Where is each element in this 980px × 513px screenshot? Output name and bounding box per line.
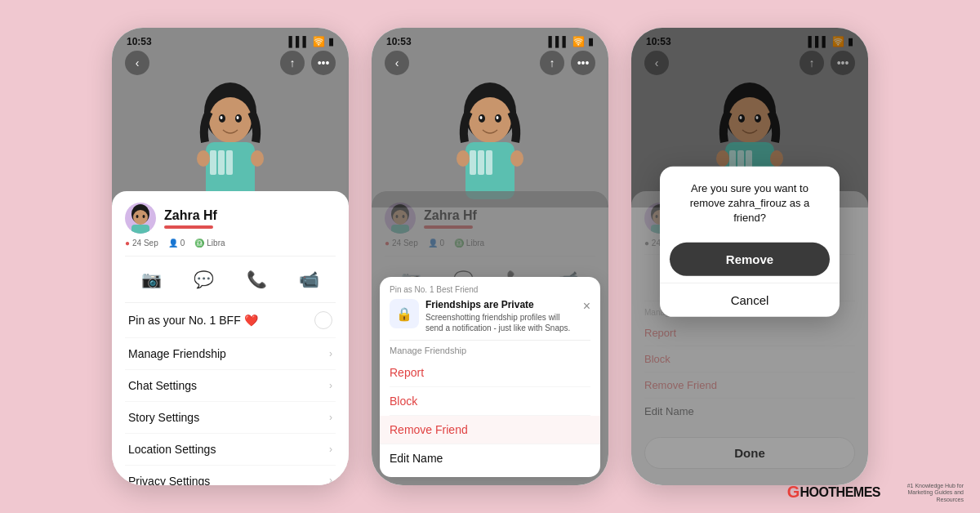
- back-btn-2[interactable]: ‹: [385, 51, 409, 75]
- pin-blurred-label: Pin as No. 1 Best Friend: [390, 285, 590, 294]
- pin-check-1: [314, 311, 332, 329]
- block-item-2[interactable]: Block: [390, 387, 590, 416]
- phone-3-inner: ‹ ↑ ••• 10:53 ▌▌▌ 🛜 ▮: [631, 28, 868, 485]
- bitmoji-svg-2: [445, 81, 535, 207]
- brand-g-icon: G: [787, 483, 800, 502]
- confirm-dialog-3: Are you sure you want to remove zahra_fi…: [660, 167, 840, 317]
- status-icons-2: ▌▌▌ 🛜 ▮: [548, 36, 594, 47]
- phone-1-inner: ‹ ↑ ••• 10:53 ▌▌▌ 🛜 ▮: [112, 28, 349, 485]
- pin-row-1[interactable]: Pin as your No. 1 BFF ❤️: [125, 303, 336, 338]
- svg-point-5: [237, 116, 239, 119]
- chevron-icon-4: ›: [329, 444, 332, 455]
- friendship-title: Friendships are Private: [425, 299, 577, 310]
- chevron-icon-5: ›: [329, 475, 332, 485]
- svg-rect-8: [218, 150, 225, 175]
- friendship-popup-2: Pin as No. 1 Best Friend 🔒 Friendships a…: [380, 277, 600, 477]
- close-popup-btn-2[interactable]: ×: [583, 299, 590, 314]
- top-nav-1: ‹ ↑ •••: [112, 51, 349, 75]
- svg-point-11: [251, 150, 264, 167]
- menu-item-privacy-1[interactable]: Privacy Settings My Story ›: [125, 466, 336, 485]
- svg-rect-25: [478, 150, 484, 175]
- svg-rect-7: [210, 150, 216, 175]
- battery-icon-2: ▮: [588, 36, 594, 47]
- svg-point-21: [480, 116, 483, 119]
- pin-label-1: Pin as your No. 1 BFF ❤️: [128, 314, 258, 327]
- profile-header-1: Zahra Hf: [125, 203, 336, 234]
- status-icons-1: ▌▌▌ 🛜 ▮: [288, 36, 334, 47]
- menu-item-location-1[interactable]: Location Settings ›: [125, 434, 336, 466]
- menu-item-manage-1[interactable]: Manage Friendship ›: [125, 338, 336, 370]
- svg-point-1: [209, 97, 252, 143]
- video-btn-1[interactable]: 📹: [293, 263, 326, 296]
- manage-label-2: Manage Friendship: [390, 346, 590, 355]
- bitmoji-svg-1: [185, 81, 275, 207]
- time-2: 10:53: [386, 36, 412, 47]
- confirm-body-3: Are you sure you want to remove zahra_fi…: [660, 167, 840, 236]
- svg-point-18: [469, 97, 511, 143]
- signal-icon-1: ▌▌▌: [288, 36, 310, 47]
- friendship-sub: Screenshotting friendship profiles will …: [425, 312, 577, 333]
- meta-sign-1: ♎ Libra: [194, 239, 225, 248]
- chevron-icon-3: ›: [329, 412, 332, 423]
- svg-point-27: [457, 150, 470, 167]
- call-btn-1[interactable]: 📞: [240, 263, 273, 296]
- friendship-notice: 🔒 Friendships are Private Screenshotting…: [390, 299, 590, 341]
- svg-rect-24: [470, 150, 476, 175]
- edit-name-item-2[interactable]: Edit Name: [390, 444, 590, 472]
- more-btn-1[interactable]: •••: [311, 51, 336, 75]
- share-btn-2[interactable]: ↑: [540, 51, 564, 75]
- svg-point-14: [136, 215, 139, 218]
- profile-meta-1: ● 24 Sep 👤 0 ♎ Libra: [125, 239, 336, 248]
- report-item-2[interactable]: Report: [390, 359, 590, 387]
- phone-3: ‹ ↑ ••• 10:53 ▌▌▌ 🛜 ▮: [631, 28, 868, 485]
- share-btn-1[interactable]: ↑: [280, 51, 305, 75]
- phone-2-inner: ‹ ↑ ••• 10:53 ▌▌▌ 🛜 ▮: [372, 28, 608, 485]
- chevron-icon-2: ›: [329, 380, 332, 391]
- status-bar-2: 10:53 ▌▌▌ 🛜 ▮: [372, 28, 608, 51]
- profile-info-1: Zahra Hf: [164, 208, 217, 229]
- svg-rect-26: [486, 150, 492, 175]
- svg-point-28: [510, 150, 523, 167]
- confirm-text-3: Are you sure you want to remove zahra_fi…: [673, 181, 826, 226]
- phone-1: ‹ ↑ ••• 10:53 ▌▌▌ 🛜 ▮: [112, 28, 349, 485]
- mini-avatar-1: [125, 203, 156, 234]
- manage-friendship-section-2: Manage Friendship Report Block Remove Fr…: [390, 341, 590, 472]
- meta-friends-1: 👤 0: [168, 239, 185, 248]
- svg-point-22: [497, 116, 499, 119]
- lock-icon: 🔒: [390, 299, 419, 328]
- profile-name-1: Zahra Hf: [164, 208, 217, 223]
- phone-2: ‹ ↑ ••• 10:53 ▌▌▌ 🛜 ▮: [372, 28, 608, 485]
- confirm-remove-btn-3[interactable]: Remove: [670, 242, 830, 275]
- back-btn-1[interactable]: ‹: [125, 51, 149, 75]
- time-1: 10:53: [127, 36, 152, 47]
- chat-btn-1[interactable]: 💬: [188, 263, 220, 296]
- more-btn-2[interactable]: •••: [571, 51, 595, 75]
- svg-point-15: [143, 215, 145, 218]
- profile-sub-1: [164, 225, 213, 229]
- camera-btn-1[interactable]: 📷: [135, 263, 167, 296]
- menu-item-chat-1[interactable]: Chat Settings ›: [125, 370, 336, 402]
- menu-item-story-1[interactable]: Story Settings ›: [125, 402, 336, 434]
- friendship-notice-text: Friendships are Private Screenshotting f…: [425, 299, 577, 333]
- wifi-icon-2: 🛜: [572, 36, 585, 47]
- nav-right-2: ↑ •••: [540, 51, 595, 75]
- svg-rect-16: [131, 225, 149, 234]
- brand-tagline: #1 Knowledge Hub for Marketing Guides an…: [882, 483, 964, 503]
- profile-card-1: Zahra Hf ● 24 Sep 👤 0 ♎ Libra: [112, 191, 349, 485]
- chevron-icon-1: ›: [329, 348, 332, 359]
- signal-icon-2: ▌▌▌: [548, 36, 569, 47]
- meta-date-1: ● 24 Sep: [125, 239, 158, 248]
- nav-right-1: ↑ •••: [280, 51, 336, 75]
- wifi-icon-1: 🛜: [313, 36, 325, 47]
- menu-list-1: Pin as your No. 1 BFF ❤️ Manage Friendsh…: [125, 303, 336, 485]
- top-nav-2: ‹ ↑ •••: [372, 51, 608, 75]
- remove-friend-item-2[interactable]: Remove Friend: [380, 416, 600, 444]
- svg-rect-9: [226, 150, 233, 175]
- battery-icon-1: ▮: [328, 36, 334, 47]
- status-bar-1: 10:53 ▌▌▌ 🛜 ▮: [112, 28, 349, 51]
- svg-point-13: [133, 210, 148, 225]
- confirm-cancel-btn-3[interactable]: Cancel: [660, 282, 840, 316]
- phones-container: ‹ ↑ ••• 10:53 ▌▌▌ 🛜 ▮: [96, 11, 884, 502]
- action-row-1: 📷 💬 📞 📹: [125, 256, 336, 303]
- brand-name: HOOTHEMES: [800, 485, 880, 500]
